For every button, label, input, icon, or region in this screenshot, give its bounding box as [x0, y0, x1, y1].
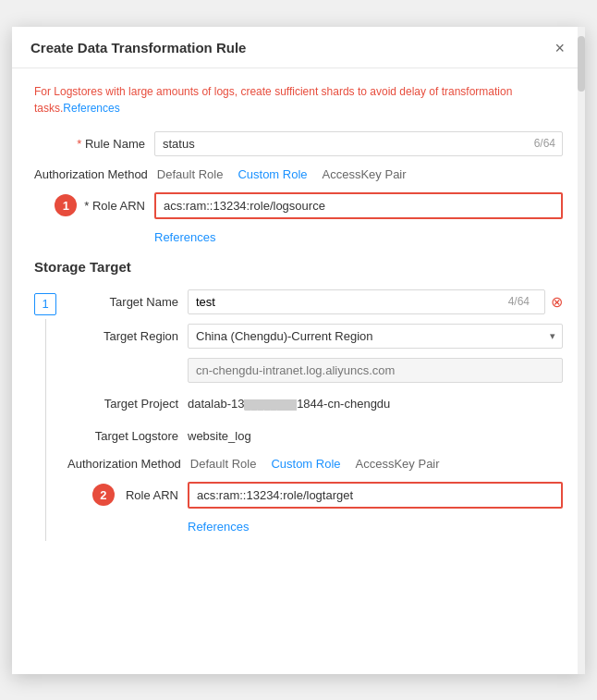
target-logstore-row: Target Logstore website_log	[67, 424, 563, 448]
target-auth-tab-custom-role[interactable]: Custom Role	[271, 457, 340, 471]
target-logstore-value: website_log	[188, 424, 563, 448]
target-name-input-wrap: 4/64 ⊗	[188, 289, 563, 314]
role-arn-source-input[interactable]	[154, 192, 563, 219]
warning-box: For Logstores with large amounts of logs…	[34, 83, 563, 117]
close-button[interactable]: ×	[553, 40, 567, 56]
storage-target-container: 1 Target Name 4/64 ⊗ Target Region	[34, 289, 563, 541]
references-target-link[interactable]: References	[188, 520, 249, 534]
target-form: Target Name 4/64 ⊗ Target Region China (…	[67, 289, 563, 541]
rule-name-char-count: 6/64	[534, 137, 555, 150]
target-region-select[interactable]: China (Chengdu)-Current Region	[188, 324, 563, 349]
rule-name-label: Rule Name	[34, 137, 154, 151]
dialog: Create Data Transformation Rule × For Lo…	[12, 27, 585, 674]
endpoint-input	[188, 358, 563, 383]
warning-reference-link[interactable]: References	[63, 102, 119, 115]
dialog-body: For Logstores with large amounts of logs…	[12, 68, 585, 674]
references-target-row: References	[188, 520, 563, 534]
target-project-value: datalab-13████████1844-cn-chengdu	[188, 392, 563, 415]
role-arn-source-row: 1 * Role ARN	[34, 192, 563, 219]
dialog-header: Create Data Transformation Rule ×	[12, 27, 585, 68]
target-line	[45, 319, 46, 541]
rule-name-input[interactable]	[154, 131, 563, 156]
role-arn-target-input[interactable]	[188, 482, 563, 509]
storage-target-title: Storage Target	[34, 259, 563, 275]
target-auth-tab-default-role[interactable]: Default Role	[190, 457, 257, 471]
target-number-box: 1	[34, 293, 56, 315]
step2-badge: 2	[92, 484, 115, 506]
target-name-char-count: 4/64	[508, 295, 530, 308]
target-region-row: Target Region China (Chengdu)-Current Re…	[67, 324, 563, 349]
step1-badge: 1	[55, 194, 77, 216]
auth-tab-accesskey-pair[interactable]: AccessKey Pair	[323, 167, 407, 181]
rule-name-row: Rule Name 6/64	[34, 131, 563, 156]
target-region-label: Target Region	[67, 329, 188, 343]
delete-target-button[interactable]: ⊗	[551, 293, 563, 311]
rule-name-input-wrap: 6/64	[154, 131, 563, 156]
target-project-label: Target Project	[67, 397, 188, 411]
target-project-row: Target Project datalab-13████████1844-cn…	[67, 392, 563, 415]
scrollbar-thumb[interactable]	[578, 36, 585, 92]
auth-tab-default-role[interactable]: Default Role	[157, 167, 224, 181]
target-name-label: Target Name	[67, 295, 188, 309]
role-arn-target-row: 2 Role ARN	[67, 482, 563, 509]
target-number-col: 1	[34, 289, 56, 541]
dialog-title: Create Data Transformation Rule	[30, 40, 246, 55]
auth-tabs: Default Role Custom Role AccessKey Pair	[157, 167, 407, 181]
references-source-row: References	[154, 230, 563, 244]
auth-method-label: Authorization Method	[34, 167, 157, 181]
endpoint-row	[67, 358, 563, 383]
references-source-link[interactable]: References	[154, 230, 215, 244]
role-arn-source-label: * Role ARN	[84, 199, 145, 213]
auth-method-row: Authorization Method Default Role Custom…	[34, 167, 563, 181]
target-auth-method-label: Authorization Method	[67, 457, 190, 471]
target-auth-tabs: Default Role Custom Role AccessKey Pair	[190, 457, 440, 471]
target-name-input[interactable]	[188, 289, 545, 314]
target-name-row: Target Name 4/64 ⊗	[67, 289, 563, 314]
auth-tab-custom-role[interactable]: Custom Role	[238, 167, 307, 181]
target-auth-method-row: Authorization Method Default Role Custom…	[67, 457, 563, 471]
target-region-select-wrap: China (Chengdu)-Current Region ▾	[188, 324, 563, 349]
scrollbar[interactable]	[578, 27, 585, 674]
target-auth-tab-accesskey-pair[interactable]: AccessKey Pair	[356, 457, 440, 471]
target-logstore-label: Target Logstore	[67, 429, 188, 443]
role-arn-target-label: Role ARN	[126, 488, 178, 502]
